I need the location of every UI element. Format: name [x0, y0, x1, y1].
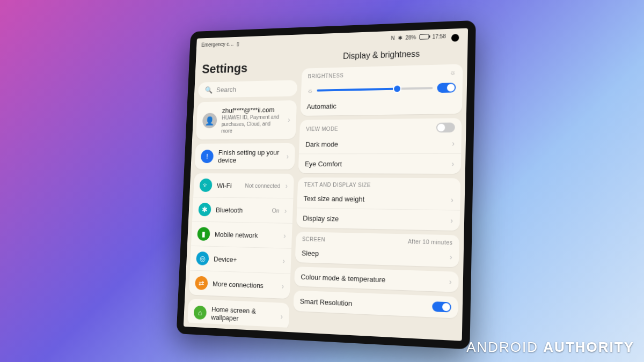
screen-value: After 10 minutes — [408, 238, 453, 245]
dark-mode-label: Dark mode — [305, 139, 447, 147]
chevron-right-icon: › — [280, 312, 283, 320]
sidebar-item-label: Wi-Fi — [217, 181, 240, 189]
account-row[interactable]: 👤 zhuf****@***il.com HUAWEI ID, Payment … — [196, 100, 297, 139]
chevron-right-icon: › — [450, 252, 452, 261]
settings-sidebar: Settings 🔍 Search 👤 zhuf****@***il.com H… — [187, 48, 299, 327]
home-label: Home screen & wallpaper — [211, 305, 276, 324]
card-icon: ▯ — [237, 40, 240, 46]
info-icon: ! — [201, 150, 214, 163]
sidebar-item-label: Bluetooth — [216, 205, 267, 214]
settings-title: Settings — [199, 48, 298, 78]
setup-label: Finish setting up your device — [218, 148, 282, 164]
viewmode-header: VIEW MODE — [306, 125, 338, 131]
textsize-header: TEXT AND DISPLAY SIZE — [304, 181, 371, 188]
conn-icon: ᯤ — [199, 178, 212, 191]
home-icon: ⌂ — [193, 305, 207, 320]
sun-large-icon: ☼ — [450, 68, 456, 76]
chevron-right-icon: › — [451, 159, 454, 168]
sidebar-item-bluetooth[interactable]: ✱BluetoothOn› — [192, 197, 294, 224]
camera-punch-hole — [451, 34, 459, 42]
chevron-right-icon: › — [285, 181, 288, 190]
dark-mode-row[interactable]: Dark mode › — [299, 133, 462, 154]
colour-mode-row[interactable]: Colour mode & temperature › — [294, 267, 458, 292]
sidebar-item-value: On — [272, 207, 280, 213]
text-size-row[interactable]: Text size and weight › — [297, 188, 460, 210]
chevron-right-icon: › — [284, 206, 287, 215]
brightness-slider[interactable] — [317, 87, 433, 92]
chevron-right-icon: › — [449, 277, 452, 286]
text-size-label: Text size and weight — [303, 194, 445, 204]
conn-icon: ▮ — [197, 227, 210, 241]
sidebar-item-home[interactable]: ⌂ Home screen & wallpaper › — [187, 299, 289, 328]
automatic-row[interactable]: Automatic — [301, 94, 463, 116]
device-frame: Emergency c… ▯ N ✱ 28% 17:58 Settings 🔍 … — [177, 20, 476, 349]
watermark: ANDROID AUTHORITY — [466, 339, 634, 356]
sidebar-item-label: More connections — [213, 279, 277, 290]
screen-header: SCREEN — [302, 236, 325, 242]
colour-mode-label: Colour mode & temperature — [301, 272, 443, 286]
smart-resolution-label: Smart Resolution — [300, 297, 427, 310]
sidebar-item-more-connections[interactable]: ⇄More connections› — [189, 270, 291, 299]
search-icon: 🔍 — [204, 86, 213, 93]
sidebar-item-label: Device+ — [214, 255, 278, 264]
sidebar-item-wi-fi[interactable]: ᯤWi-FiNot connected› — [193, 173, 294, 198]
sidebar-item-label: Mobile network — [215, 230, 279, 239]
sleep-label: Sleep — [302, 248, 444, 261]
nfc-icon: N — [391, 35, 394, 41]
smart-resolution-row[interactable]: Smart Resolution — [294, 290, 458, 318]
clock-text: 17:58 — [432, 33, 446, 39]
search-placeholder: Search — [216, 85, 237, 93]
brightness-header: BRIGHTNESS — [308, 72, 344, 78]
detail-panel: Display & brightness BRIGHTNESS ☼ ☼ Auto… — [292, 42, 463, 336]
avatar-icon: 👤 — [202, 113, 217, 128]
setup-row[interactable]: ! Finish setting up your device › — [195, 143, 296, 169]
chevron-right-icon: › — [281, 282, 284, 290]
sidebar-item-mobile-network[interactable]: ▮Mobile network› — [191, 221, 292, 248]
sleep-row[interactable]: Sleep › — [295, 243, 459, 267]
chevron-right-icon: › — [452, 139, 455, 147]
smart-resolution-toggle[interactable] — [432, 301, 451, 313]
sidebar-item-device-[interactable]: ◎Device+› — [190, 246, 291, 274]
sidebar-item-value: Not connected — [245, 182, 280, 189]
display-size-label: Display size — [303, 213, 445, 224]
battery-percent: 28% — [405, 34, 416, 40]
chevron-right-icon: › — [283, 231, 286, 240]
chevron-right-icon: › — [288, 115, 290, 124]
viewmode-toggle[interactable] — [436, 122, 455, 132]
battery-icon — [419, 34, 429, 40]
bluetooth-icon: ✱ — [398, 34, 402, 40]
conn-icon: ⇄ — [195, 276, 208, 290]
chevron-right-icon: › — [450, 216, 453, 225]
chevron-right-icon: › — [282, 256, 285, 265]
sun-small-icon: ☼ — [307, 87, 313, 94]
emergency-text: Emergency c… — [201, 41, 234, 47]
conn-icon: ✱ — [198, 202, 211, 216]
eye-comfort-row[interactable]: Eye Comfort › — [298, 153, 461, 173]
automatic-label: Automatic — [306, 100, 455, 110]
account-email: zhuf****@***il.com — [222, 106, 283, 114]
conn-icon: ◎ — [196, 251, 209, 265]
eye-comfort-label: Eye Comfort — [305, 159, 447, 167]
display-size-row[interactable]: Display size › — [296, 208, 460, 231]
brightness-auto-toggle[interactable] — [437, 83, 456, 93]
account-sub: HUAWEI ID, Payment and purchases, Cloud,… — [221, 113, 283, 134]
search-input[interactable]: 🔍 Search — [198, 80, 298, 98]
chevron-right-icon: › — [287, 152, 289, 160]
chevron-right-icon: › — [451, 195, 453, 204]
